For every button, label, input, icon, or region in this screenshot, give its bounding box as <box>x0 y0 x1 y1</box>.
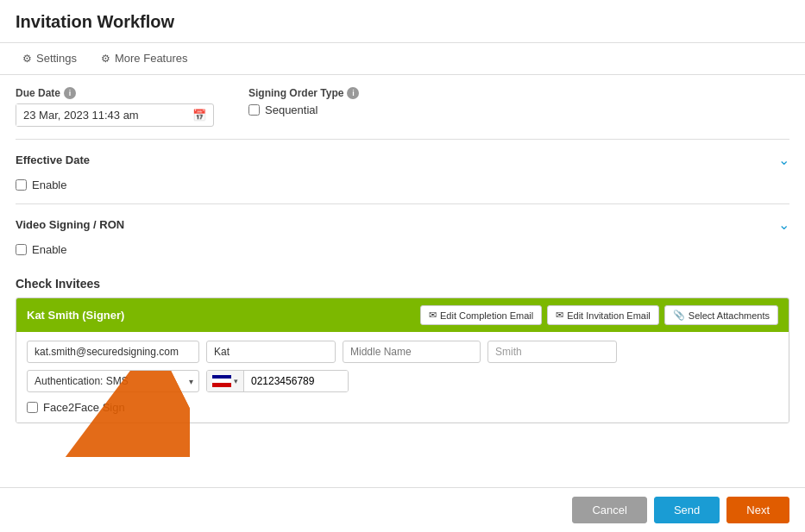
video-signing-enable-row: Enable <box>16 243 789 256</box>
page-header: Invitation Workflow <box>0 0 805 43</box>
face2face-row: Face2Face Sign <box>27 401 778 414</box>
invitee-last-name-field[interactable] <box>487 341 617 363</box>
video-signing-checkbox[interactable] <box>16 244 27 255</box>
effective-date-enable-row: Enable <box>16 178 789 191</box>
email-icon-completion: ✉ <box>429 310 437 321</box>
video-signing-title: Video Signing / RON <box>16 218 124 231</box>
invitee-name: Kat Smith (Signer) <box>27 309 124 322</box>
calendar-icon[interactable]: 📅 <box>186 104 213 126</box>
invitee-block: Kat Smith (Signer) ✉ Edit Completion Ema… <box>16 297 789 423</box>
invitee-fields-row <box>27 341 778 363</box>
sequential-checkbox[interactable] <box>248 104 260 116</box>
invitee-email-field[interactable] <box>27 341 199 363</box>
phone-wrapper: ▾ <box>206 370 349 392</box>
dropdown-arrow-icon: ▾ <box>234 377 238 385</box>
effective-date-title: Effective Date <box>16 153 90 166</box>
paperclip-icon: 📎 <box>673 310 685 321</box>
select-attachments-button[interactable]: 📎 Select Attachments <box>664 305 778 325</box>
due-date-input[interactable] <box>16 104 186 126</box>
signing-order-info-icon: i <box>347 87 359 99</box>
video-signing-chevron-icon: ⌄ <box>778 216 789 233</box>
effective-date-chevron-icon: ⌄ <box>778 152 789 168</box>
effective-date-body: Enable <box>16 172 789 195</box>
due-date-info-icon: i <box>64 87 76 99</box>
main-content: Due Date i 📅 Signing Order Type i Sequen… <box>0 75 805 467</box>
settings-icon: ⚙ <box>22 53 32 65</box>
invitee-actions: ✉ Edit Completion Email ✉ Edit Invitatio… <box>420 305 778 325</box>
send-button[interactable]: Send <box>654 497 720 523</box>
face2face-checkbox[interactable] <box>27 402 38 413</box>
cancel-button[interactable]: Cancel <box>572 497 646 523</box>
tab-bar: ⚙ Settings ⚙ More Features <box>0 43 805 75</box>
check-invitees-section: Check Invitees Kat Smith (Signer) ✉ Edit… <box>16 277 789 423</box>
invitee-middle-name-field[interactable] <box>343 341 481 363</box>
effective-date-section: Effective Date ⌄ Enable <box>16 139 789 203</box>
edit-completion-email-button[interactable]: ✉ Edit Completion Email <box>420 305 542 325</box>
invitee-header: Kat Smith (Signer) ✉ Edit Completion Ema… <box>16 298 789 332</box>
sequential-label: Sequential <box>265 103 318 116</box>
next-button[interactable]: Next <box>726 497 789 523</box>
tab-settings[interactable]: ⚙ Settings <box>10 43 89 75</box>
effective-date-header[interactable]: Effective Date ⌄ <box>16 148 789 172</box>
check-invitees-title: Check Invitees <box>16 277 789 291</box>
auth-row: Authentication: SMS Authentication: Emai… <box>27 370 778 392</box>
footer: Cancel Send Next <box>0 487 805 532</box>
phone-flag-button[interactable]: ▾ <box>207 371 244 391</box>
video-signing-body: Enable <box>16 236 789 260</box>
due-date-input-wrapper[interactable]: 📅 <box>16 103 214 127</box>
phone-input[interactable] <box>244 371 348 391</box>
phone-flag-icon <box>212 375 231 387</box>
auth-select-wrapper[interactable]: Authentication: SMS Authentication: Emai… <box>27 370 199 392</box>
signing-order-group: Signing Order Type i Sequential <box>248 87 359 127</box>
due-date-group: Due Date i 📅 <box>16 87 214 127</box>
effective-date-checkbox[interactable] <box>16 179 27 191</box>
invitee-body: Authentication: SMS Authentication: Emai… <box>16 332 789 422</box>
face2face-label: Face2Face Sign <box>43 401 125 414</box>
video-signing-section: Video Signing / RON ⌄ Enable <box>16 203 789 268</box>
video-signing-header[interactable]: Video Signing / RON ⌄ <box>16 213 789 236</box>
email-icon-invitation: ✉ <box>556 310 563 321</box>
page-title: Invitation Workflow <box>16 12 789 32</box>
video-signing-enable-label: Enable <box>32 243 66 256</box>
sequential-row: Sequential <box>248 103 359 116</box>
more-features-icon: ⚙ <box>101 53 110 65</box>
auth-select[interactable]: Authentication: SMS Authentication: Emai… <box>27 370 199 392</box>
tab-more-features[interactable]: ⚙ More Features <box>89 43 200 75</box>
invitee-first-name-field[interactable] <box>206 341 336 363</box>
edit-invitation-email-button[interactable]: ✉ Edit Invitation Email <box>547 305 659 325</box>
signing-order-label: Signing Order Type i <box>248 87 359 99</box>
due-date-label: Due Date i <box>16 87 214 99</box>
due-date-row: Due Date i 📅 Signing Order Type i Sequen… <box>16 87 789 127</box>
effective-date-enable-label: Enable <box>32 178 66 191</box>
